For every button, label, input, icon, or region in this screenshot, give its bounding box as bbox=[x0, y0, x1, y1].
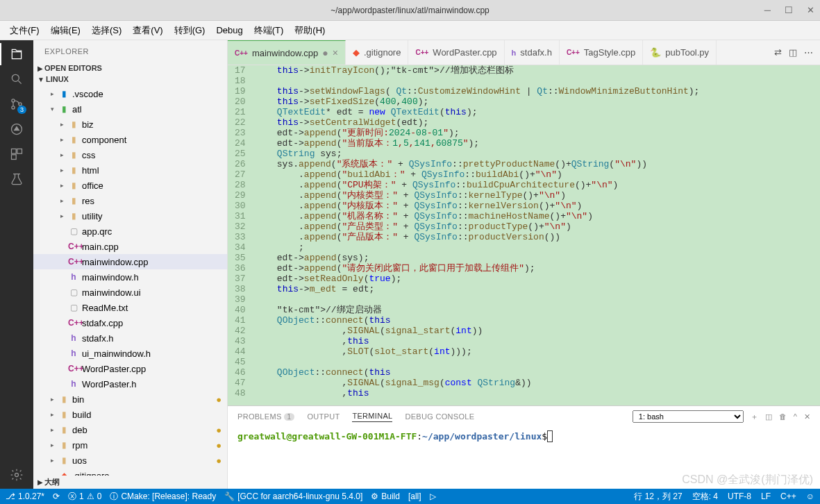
menu-item[interactable]: 终端(T) bbox=[250, 23, 288, 38]
tab-terminal[interactable]: TERMINAL bbox=[352, 412, 392, 422]
status-cursor[interactable]: 行 12，列 27 bbox=[634, 491, 682, 503]
folder-item[interactable]: ▸▮res bbox=[33, 193, 227, 208]
svg-rect-7 bbox=[12, 155, 17, 160]
settings-icon[interactable] bbox=[8, 467, 25, 483]
file-item[interactable]: C++WordPaster.cpp bbox=[33, 361, 227, 376]
file-item[interactable]: C++main.cpp bbox=[33, 239, 227, 254]
menu-item[interactable]: 转到(G) bbox=[170, 23, 210, 38]
svg-point-0 bbox=[12, 74, 19, 81]
extensions-icon[interactable] bbox=[8, 146, 25, 162]
editor[interactable]: 1718192021222324252627282930313233343536… bbox=[228, 65, 820, 405]
status-encoding[interactable]: UTF-8 bbox=[728, 491, 751, 503]
svg-point-8 bbox=[15, 473, 19, 477]
folder-item[interactable]: ▸▮uos● bbox=[33, 453, 227, 468]
close-panel-icon[interactable]: ✕ bbox=[804, 412, 810, 421]
bottom-panel: PROBLEMS1 OUTPUT TERMINAL DEBUG CONSOLE … bbox=[228, 405, 820, 489]
test-icon[interactable] bbox=[8, 171, 25, 187]
split-terminal-icon[interactable]: ◫ bbox=[765, 412, 772, 421]
file-item[interactable]: ▢mainwindow.ui bbox=[33, 285, 227, 300]
search-icon[interactable] bbox=[8, 71, 25, 87]
status-cmake[interactable]: ⓘ CMake: [Release]: Ready bbox=[110, 491, 216, 503]
folder-item[interactable]: ▸▮office bbox=[33, 178, 227, 193]
status-branch[interactable]: ⎇ 1.0.27* bbox=[6, 492, 44, 501]
window-controls: ─ ☐ ✕ bbox=[764, 5, 814, 15]
svg-rect-6 bbox=[17, 149, 22, 154]
kill-terminal-icon[interactable]: 🗑 bbox=[779, 412, 787, 421]
section-open-editors[interactable]: ▶OPEN EDITORS bbox=[33, 62, 227, 74]
status-debug-launch[interactable]: ▷ bbox=[430, 492, 436, 501]
folder-item[interactable]: ▸▮deb● bbox=[33, 422, 227, 437]
folder-item[interactable]: ▸▮utility bbox=[33, 208, 227, 224]
svg-point-2 bbox=[12, 106, 15, 109]
status-sync[interactable]: ⟳ bbox=[53, 492, 60, 501]
split-editor-icon[interactable]: ◫ bbox=[789, 47, 797, 58]
menu-item[interactable]: Debug bbox=[212, 24, 246, 37]
code-content[interactable]: this->initTrayIcon();"tk-cmt">//增加状态栏图标 … bbox=[256, 65, 820, 405]
titlebar: ~/app/wordpaster/linux/atl/mainwindow.cp… bbox=[0, 0, 820, 21]
folder-item[interactable]: ▸▮html bbox=[33, 162, 227, 178]
minimize-icon[interactable]: ─ bbox=[764, 5, 771, 15]
folder-item[interactable]: ▸▮component bbox=[33, 132, 227, 147]
file-item[interactable]: hWordPaster.h bbox=[33, 376, 227, 392]
file-item[interactable]: ▢app.qrc bbox=[33, 224, 227, 239]
folder-item[interactable]: ▸▮.vscode bbox=[33, 86, 227, 101]
file-tree: ▸▮.vscode▾▮atl▸▮biz▸▮component▸▮css▸▮htm… bbox=[33, 85, 227, 476]
menu-item[interactable]: 编辑(E) bbox=[47, 23, 85, 38]
menu-item[interactable]: 文件(F) bbox=[6, 23, 44, 38]
cursor bbox=[547, 430, 553, 442]
folder-item[interactable]: ▸▮css bbox=[33, 147, 227, 162]
status-spaces[interactable]: 空格: 4 bbox=[692, 491, 718, 503]
menubar: 文件(F)编辑(E)选择(S)查看(V)转到(G)Debug终端(T)帮助(H) bbox=[0, 21, 820, 40]
status-lang[interactable]: C++ bbox=[780, 491, 796, 503]
file-item[interactable]: hmainwindow.h bbox=[33, 269, 227, 285]
editor-tab[interactable]: C++mainwindow.cpp●× bbox=[228, 40, 346, 65]
status-build[interactable]: ⚙ Build bbox=[371, 492, 400, 501]
file-item[interactable]: C++stdafx.cpp bbox=[33, 315, 227, 330]
tab-debug-console[interactable]: DEBUG CONSOLE bbox=[405, 412, 474, 421]
file-item[interactable]: ▢ReadMe.txt bbox=[33, 300, 227, 315]
editor-tab[interactable]: hstdafx.h bbox=[505, 40, 560, 65]
panel-tabs: PROBLEMS1 OUTPUT TERMINAL DEBUG CONSOLE … bbox=[228, 406, 820, 427]
explorer-icon[interactable] bbox=[8, 46, 25, 62]
editor-tab[interactable]: C++TagStyle.cpp bbox=[560, 40, 643, 65]
menu-item[interactable]: 选择(S) bbox=[87, 23, 126, 38]
menu-item[interactable]: 查看(V) bbox=[128, 23, 167, 38]
more-icon[interactable]: ⋯ bbox=[804, 47, 813, 58]
editor-tab[interactable]: 🐍pubTool.py bbox=[643, 40, 717, 65]
terminal-select[interactable]: 1: bash bbox=[633, 410, 744, 423]
file-item[interactable]: hui_mainwindow.h bbox=[33, 346, 227, 361]
debug-icon[interactable] bbox=[8, 121, 25, 137]
maximize-panel-icon[interactable]: ^ bbox=[794, 412, 797, 421]
file-item[interactable]: ◆.gitignore bbox=[33, 468, 227, 476]
editor-tabs: C++mainwindow.cpp●×◆.gitignoreC++WordPas… bbox=[228, 40, 820, 65]
file-item[interactable]: hstdafx.h bbox=[33, 330, 227, 346]
maximize-icon[interactable]: ☐ bbox=[785, 5, 793, 15]
folder-item[interactable]: ▾▮atl bbox=[33, 101, 227, 117]
folder-item[interactable]: ▸▮build bbox=[33, 407, 227, 422]
status-feedback[interactable]: ☺ bbox=[806, 491, 814, 503]
status-eol[interactable]: LF bbox=[761, 491, 771, 503]
scm-icon[interactable]: 3 bbox=[8, 96, 25, 112]
sidebar: EXPLORER ▶OPEN EDITORS ▼LINUX ▸▮.vscode▾… bbox=[33, 40, 228, 489]
svg-rect-5 bbox=[12, 149, 17, 154]
editor-tab[interactable]: C++WordPaster.cpp bbox=[408, 40, 504, 65]
status-kit[interactable]: 🔧 [GCC for aarch64-linux-gnu 5.4.0] bbox=[224, 492, 362, 501]
section-linux[interactable]: ▼LINUX bbox=[33, 74, 227, 85]
section-outline[interactable]: ▶大纲 bbox=[33, 476, 227, 489]
folder-item[interactable]: ▸▮rpm● bbox=[33, 437, 227, 453]
tab-problems[interactable]: PROBLEMS1 bbox=[237, 412, 294, 421]
editor-tab[interactable]: ◆.gitignore bbox=[346, 40, 408, 65]
close-icon[interactable]: ✕ bbox=[807, 5, 814, 15]
compare-icon[interactable]: ⇄ bbox=[774, 47, 782, 58]
file-item[interactable]: C++mainwindow.cpp bbox=[33, 254, 227, 269]
window-title: ~/app/wordpaster/linux/atl/mainwindow.cp… bbox=[330, 6, 489, 15]
status-target[interactable]: [all] bbox=[408, 492, 421, 501]
folder-item[interactable]: ▸▮biz bbox=[33, 117, 227, 132]
menu-item[interactable]: 帮助(H) bbox=[290, 23, 329, 38]
folder-item[interactable]: ▸▮bin● bbox=[33, 392, 227, 407]
line-gutter: 1718192021222324252627282930313233343536… bbox=[228, 65, 256, 405]
tab-output[interactable]: OUTPUT bbox=[307, 412, 340, 421]
terminal[interactable]: greatwall@greatwall-GW-001M1A-FTF:~/app/… bbox=[228, 427, 820, 489]
status-errors[interactable]: ⓧ 1 ⚠ 0 bbox=[68, 491, 101, 503]
new-terminal-icon[interactable]: ＋ bbox=[751, 412, 758, 422]
